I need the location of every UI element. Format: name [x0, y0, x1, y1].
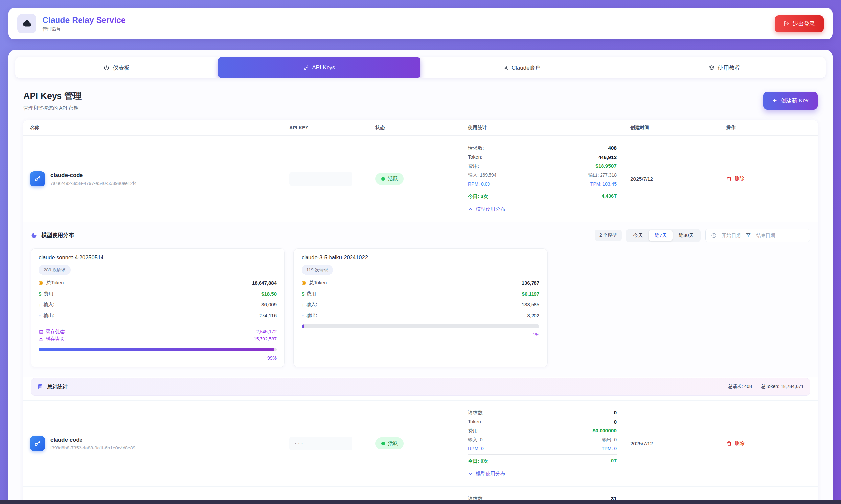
table-header-row: 名称 API KEY 状态 使用统计 创建时间 操作	[23, 120, 818, 136]
tab-dashboard[interactable]: 仪表板	[15, 57, 218, 78]
total-token-value: 18,647,884	[252, 280, 277, 286]
rpm-stat: RPM: 0.09	[468, 181, 490, 186]
api-key-cell: ···	[283, 437, 369, 450]
col-header-name: 名称	[23, 125, 283, 131]
usage-stats-cell: 请求数:31 Token:22,677 费用:$0.6502 输入: 1,349…	[461, 496, 624, 504]
created-date: 2025/7/12	[624, 440, 720, 447]
rpm-stat: RPM: 0	[468, 446, 484, 451]
empty-card-slot	[556, 248, 810, 367]
chevron-down-icon	[468, 471, 473, 476]
cost-value: $18.50	[262, 291, 277, 296]
logout-button[interactable]: 退出登录	[775, 15, 824, 32]
create-key-label: 创建新 Key	[781, 97, 808, 104]
masked-api-key[interactable]: ···	[290, 172, 352, 186]
filter-today[interactable]: 今天	[628, 230, 649, 241]
model-distribution-toggle[interactable]: 模型使用分布	[468, 471, 617, 477]
col-header-usage: 使用统计	[461, 125, 624, 131]
tpm-stat: TPM: 0	[602, 446, 617, 451]
total-tokens: 总Token: 18,784,671	[761, 384, 804, 390]
arrow-up-icon: ↑	[39, 313, 41, 318]
pie-chart-icon	[31, 232, 37, 239]
tab-claude-account[interactable]: Claude账户	[421, 57, 623, 78]
total-token-label: 总Token:	[46, 280, 65, 286]
tpm-stat: TPM: 103.45	[590, 181, 617, 186]
api-key-cell: ···	[283, 172, 369, 186]
model-distribution-label: 模型使用分布	[476, 206, 505, 213]
requests-value: 0	[614, 410, 617, 416]
logout-label: 退出登录	[793, 20, 815, 28]
requests-badge: 289 次请求	[39, 265, 71, 275]
delete-button[interactable]: 删除	[726, 440, 745, 447]
create-key-button[interactable]: + 创建新 Key	[764, 92, 818, 110]
model-card: claude-sonnet-4-20250514 289 次请求 总Token:…	[31, 248, 285, 367]
output-value: 3,202	[527, 312, 539, 318]
tab-bar: 仪表板 API Keys Claude账户 使用教程	[15, 57, 826, 78]
coins-icon	[302, 281, 307, 286]
clock-icon	[711, 233, 717, 238]
status-label: 活跃	[388, 440, 398, 447]
model-distribution-panel: 模型使用分布 2 个模型 今天 近7天 近30天 开始日期 至 结束日期	[23, 222, 818, 377]
requests-label: 请求数:	[468, 145, 484, 151]
col-header-status: 状态	[369, 125, 461, 131]
delete-button[interactable]: 删除	[726, 175, 745, 182]
input-label: 输入:	[306, 301, 317, 308]
status-dot	[381, 442, 385, 445]
requests-value: 408	[608, 145, 617, 151]
delete-label: 删除	[735, 175, 745, 182]
date-filter-segmented: 今天 近7天 近30天	[626, 229, 701, 242]
masked-api-key[interactable]: ···	[290, 437, 352, 450]
input-stat: 输入: 169,594	[468, 173, 496, 178]
user-icon	[503, 65, 509, 71]
table-row: aaa 50dd6db8-4df0-4d8e-a12b-95afb6e6fbcc…	[23, 486, 818, 504]
totals-title: 总计统计	[47, 383, 68, 390]
usage-progress-track	[39, 348, 277, 351]
usage-progress-track	[302, 324, 539, 328]
usage-percent: 99%	[39, 355, 277, 361]
stats-divider	[468, 190, 617, 190]
tab-dashboard-label: 仪表板	[113, 64, 129, 72]
actions-cell: 删除	[720, 440, 818, 447]
total-token-value: 136,787	[522, 280, 539, 286]
totals-bar: 总计统计 总请求: 408 总Token: 18,784,671	[31, 378, 810, 396]
key-icon	[303, 65, 309, 71]
filter-last30days[interactable]: 近30天	[673, 230, 699, 241]
key-id: 7a4e2492-3c38-4797-a540-553980ee12f4	[50, 181, 137, 186]
usage-stats-cell: 请求数:0 Token:0 费用:$0.000000 输入: 0输出: 0 RP…	[461, 410, 624, 477]
total-requests: 总请求: 408	[728, 384, 752, 390]
app-logo	[17, 14, 36, 33]
cloud-icon	[22, 19, 32, 29]
dollar-icon: $	[302, 291, 304, 296]
cost-value: $18.9507	[595, 163, 617, 169]
col-header-created: 创建时间	[624, 125, 720, 131]
arrow-down-icon: ↓	[39, 302, 41, 307]
app-title: Claude Relay Service	[42, 15, 125, 25]
input-label: 输入:	[43, 301, 54, 308]
end-date-placeholder[interactable]: 结束日期	[756, 232, 775, 239]
page-heading: API Keys 管理 管理和监控您的 API 密钥 + 创建新 Key	[23, 90, 818, 111]
model-distribution-toggle[interactable]: 模型使用分布	[468, 206, 617, 213]
output-stat: 输出: 0	[602, 437, 617, 443]
key-avatar	[30, 436, 45, 451]
requests-label: 请求数:	[468, 410, 484, 416]
usage-stats-cell: 请求数:408 Token:446,912 费用:$18.9507 输入: 16…	[461, 145, 624, 213]
model-name: claude-3-5-haiku-20241022	[302, 254, 539, 261]
chevron-up-icon	[468, 207, 473, 212]
start-date-placeholder[interactable]: 开始日期	[722, 232, 741, 239]
key-name: claude code	[50, 437, 135, 443]
output-stat: 输出: 277,318	[589, 173, 617, 178]
cache-read-value: 15,792,587	[253, 336, 277, 341]
filter-last7days[interactable]: 近7天	[649, 230, 673, 241]
graduation-cap-icon	[708, 65, 715, 71]
page-title: API Keys 管理	[23, 90, 82, 102]
created-date: 2025/7/12	[624, 176, 720, 182]
date-range-picker[interactable]: 开始日期 至 结束日期	[705, 229, 810, 242]
status-cell: 活跃	[369, 437, 461, 450]
tab-tutorial[interactable]: 使用教程	[623, 57, 826, 78]
input-value: 133,585	[522, 302, 539, 307]
trash-icon	[726, 176, 732, 182]
key-name-cell: claude code f398d8b8-7352-4a88-9a1f-6b1e…	[23, 436, 283, 451]
tab-api-keys-label: API Keys	[312, 64, 335, 71]
tab-api-keys[interactable]: API Keys	[218, 57, 421, 78]
save-icon	[39, 329, 43, 334]
usage-percent: 1%	[302, 332, 539, 337]
